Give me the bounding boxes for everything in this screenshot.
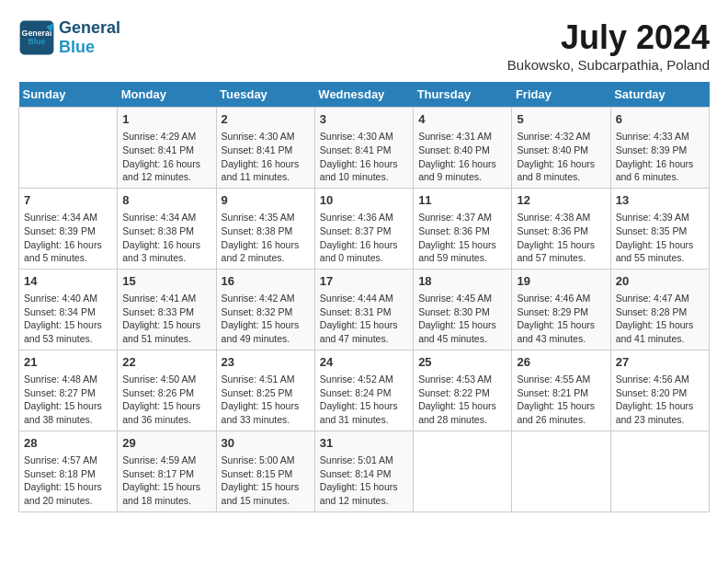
calendar-cell: 3Sunrise: 4:30 AM Sunset: 8:41 PM Daylig… <box>314 108 413 189</box>
calendar-cell: 27Sunrise: 4:56 AM Sunset: 8:20 PM Dayli… <box>610 350 709 431</box>
calendar-cell: 2Sunrise: 4:30 AM Sunset: 8:41 PM Daylig… <box>216 108 314 189</box>
calendar-cell: 16Sunrise: 4:42 AM Sunset: 8:32 PM Dayli… <box>216 269 314 350</box>
calendar-cell: 1Sunrise: 4:29 AM Sunset: 8:41 PM Daylig… <box>118 108 216 189</box>
weekday-header-saturday: Saturday <box>610 82 709 108</box>
day-info: Sunrise: 4:41 AM Sunset: 8:33 PM Dayligh… <box>122 292 210 346</box>
day-info: Sunrise: 4:38 AM Sunset: 8:36 PM Dayligh… <box>517 211 605 265</box>
day-info: Sunrise: 4:40 AM Sunset: 8:34 PM Dayligh… <box>24 292 112 346</box>
calendar-cell: 17Sunrise: 4:44 AM Sunset: 8:31 PM Dayli… <box>314 269 413 350</box>
day-info: Sunrise: 4:33 AM Sunset: 8:39 PM Dayligh… <box>616 130 704 184</box>
day-number: 4 <box>418 111 506 128</box>
day-number: 11 <box>418 192 506 209</box>
calendar-cell: 18Sunrise: 4:45 AM Sunset: 8:30 PM Dayli… <box>414 269 512 350</box>
calendar-cell: 23Sunrise: 4:51 AM Sunset: 8:25 PM Dayli… <box>216 350 314 431</box>
calendar-cell: 25Sunrise: 4:53 AM Sunset: 8:22 PM Dayli… <box>414 350 512 431</box>
weekday-header-monday: Monday <box>118 82 216 108</box>
day-info: Sunrise: 4:45 AM Sunset: 8:30 PM Dayligh… <box>418 292 506 346</box>
calendar-cell: 11Sunrise: 4:37 AM Sunset: 8:36 PM Dayli… <box>414 188 512 269</box>
day-info: Sunrise: 4:59 AM Sunset: 8:17 PM Dayligh… <box>122 454 210 508</box>
calendar-cell: 19Sunrise: 4:46 AM Sunset: 8:29 PM Dayli… <box>512 269 610 350</box>
day-number: 31 <box>320 435 408 452</box>
day-number: 9 <box>222 192 310 209</box>
calendar-cell: 30Sunrise: 5:00 AM Sunset: 8:15 PM Dayli… <box>216 431 314 511</box>
calendar-cell: 20Sunrise: 4:47 AM Sunset: 8:28 PM Dayli… <box>610 269 709 350</box>
day-number: 13 <box>616 192 704 209</box>
weekday-header-row: SundayMondayTuesdayWednesdayThursdayFrid… <box>19 82 710 108</box>
day-number: 8 <box>122 192 210 209</box>
day-info: Sunrise: 4:29 AM Sunset: 8:41 PM Dayligh… <box>122 130 210 184</box>
day-number: 28 <box>24 435 112 452</box>
logo: General Blue GeneralBlue <box>18 18 120 57</box>
calendar-week-1: 1Sunrise: 4:29 AM Sunset: 8:41 PM Daylig… <box>19 108 710 189</box>
day-number: 27 <box>616 354 704 371</box>
calendar-cell <box>512 431 610 511</box>
day-number: 17 <box>320 273 408 290</box>
day-number: 22 <box>122 354 210 371</box>
calendar-cell: 10Sunrise: 4:36 AM Sunset: 8:37 PM Dayli… <box>314 188 413 269</box>
calendar-cell: 21Sunrise: 4:48 AM Sunset: 8:27 PM Dayli… <box>19 350 118 431</box>
calendar-table: SundayMondayTuesdayWednesdayThursdayFrid… <box>18 82 710 512</box>
month-title: July 2024 <box>507 18 710 57</box>
location-title: Bukowsko, Subcarpathia, Poland <box>507 57 710 73</box>
day-info: Sunrise: 4:42 AM Sunset: 8:32 PM Dayligh… <box>222 292 310 346</box>
calendar-cell: 14Sunrise: 4:40 AM Sunset: 8:34 PM Dayli… <box>19 269 118 350</box>
day-number: 5 <box>517 111 605 128</box>
day-info: Sunrise: 4:39 AM Sunset: 8:35 PM Dayligh… <box>616 211 704 265</box>
day-number: 15 <box>122 273 210 290</box>
calendar-cell: 13Sunrise: 4:39 AM Sunset: 8:35 PM Dayli… <box>610 188 709 269</box>
calendar-cell: 15Sunrise: 4:41 AM Sunset: 8:33 PM Dayli… <box>118 269 216 350</box>
calendar-cell: 28Sunrise: 4:57 AM Sunset: 8:18 PM Dayli… <box>19 431 118 511</box>
day-info: Sunrise: 5:01 AM Sunset: 8:14 PM Dayligh… <box>320 454 408 508</box>
calendar-cell: 22Sunrise: 4:50 AM Sunset: 8:26 PM Dayli… <box>118 350 216 431</box>
day-info: Sunrise: 4:30 AM Sunset: 8:41 PM Dayligh… <box>320 130 408 184</box>
day-info: Sunrise: 4:32 AM Sunset: 8:40 PM Dayligh… <box>517 130 605 184</box>
day-number: 18 <box>418 273 506 290</box>
title-block: July 2024 Bukowsko, Subcarpathia, Poland <box>507 18 710 73</box>
day-number: 2 <box>222 111 310 128</box>
day-info: Sunrise: 4:47 AM Sunset: 8:28 PM Dayligh… <box>616 292 704 346</box>
day-number: 6 <box>616 111 704 128</box>
logo-icon: General Blue <box>18 19 55 56</box>
day-info: Sunrise: 4:57 AM Sunset: 8:18 PM Dayligh… <box>24 454 112 508</box>
day-number: 16 <box>222 273 310 290</box>
day-number: 26 <box>517 354 605 371</box>
svg-text:Blue: Blue <box>28 37 45 46</box>
weekday-header-friday: Friday <box>512 82 610 108</box>
day-number: 20 <box>616 273 704 290</box>
day-number: 19 <box>517 273 605 290</box>
calendar-cell: 24Sunrise: 4:52 AM Sunset: 8:24 PM Dayli… <box>314 350 413 431</box>
day-info: Sunrise: 4:44 AM Sunset: 8:31 PM Dayligh… <box>320 292 408 346</box>
day-number: 23 <box>222 354 310 371</box>
calendar-cell <box>610 431 709 511</box>
weekday-header-thursday: Thursday <box>414 82 512 108</box>
calendar-week-2: 7Sunrise: 4:34 AM Sunset: 8:39 PM Daylig… <box>19 188 710 269</box>
calendar-cell: 6Sunrise: 4:33 AM Sunset: 8:39 PM Daylig… <box>610 108 709 189</box>
page-header: General Blue GeneralBlue July 2024 Bukow… <box>18 18 710 73</box>
day-info: Sunrise: 4:35 AM Sunset: 8:38 PM Dayligh… <box>222 211 310 265</box>
day-number: 12 <box>517 192 605 209</box>
day-info: Sunrise: 4:48 AM Sunset: 8:27 PM Dayligh… <box>24 373 112 427</box>
day-info: Sunrise: 4:52 AM Sunset: 8:24 PM Dayligh… <box>320 373 408 427</box>
calendar-cell: 8Sunrise: 4:34 AM Sunset: 8:38 PM Daylig… <box>118 188 216 269</box>
day-info: Sunrise: 4:37 AM Sunset: 8:36 PM Dayligh… <box>418 211 506 265</box>
calendar-cell: 4Sunrise: 4:31 AM Sunset: 8:40 PM Daylig… <box>414 108 512 189</box>
day-info: Sunrise: 5:00 AM Sunset: 8:15 PM Dayligh… <box>222 454 310 508</box>
logo-text: GeneralBlue <box>59 18 120 57</box>
day-info: Sunrise: 4:34 AM Sunset: 8:38 PM Dayligh… <box>122 211 210 265</box>
day-info: Sunrise: 4:56 AM Sunset: 8:20 PM Dayligh… <box>616 373 704 427</box>
day-number: 24 <box>320 354 408 371</box>
day-number: 30 <box>222 435 310 452</box>
day-number: 14 <box>24 273 112 290</box>
day-number: 10 <box>320 192 408 209</box>
calendar-cell: 9Sunrise: 4:35 AM Sunset: 8:38 PM Daylig… <box>216 188 314 269</box>
day-number: 29 <box>122 435 210 452</box>
weekday-header-wednesday: Wednesday <box>314 82 413 108</box>
weekday-header-sunday: Sunday <box>19 82 118 108</box>
calendar-cell <box>19 108 118 189</box>
day-info: Sunrise: 4:34 AM Sunset: 8:39 PM Dayligh… <box>24 211 112 265</box>
day-info: Sunrise: 4:30 AM Sunset: 8:41 PM Dayligh… <box>222 130 310 184</box>
day-info: Sunrise: 4:50 AM Sunset: 8:26 PM Dayligh… <box>122 373 210 427</box>
day-info: Sunrise: 4:51 AM Sunset: 8:25 PM Dayligh… <box>222 373 310 427</box>
day-number: 7 <box>24 192 112 209</box>
calendar-week-4: 21Sunrise: 4:48 AM Sunset: 8:27 PM Dayli… <box>19 350 710 431</box>
